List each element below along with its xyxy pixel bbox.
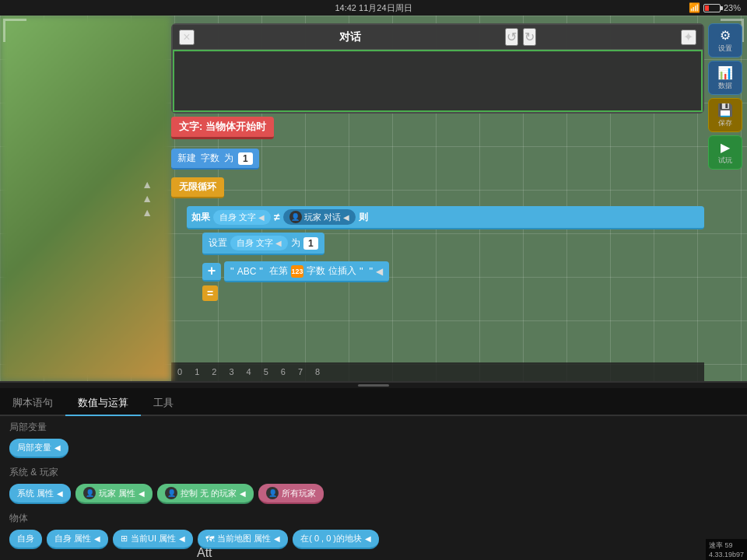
set-self-pill[interactable]: 自身 文字 ◀ bbox=[230, 236, 288, 250]
player-icon-2: 👤 bbox=[83, 487, 96, 499]
object-blocks: 自身 自身 属性 ◀ ⊞ 当前UI 属性 ◀ 🗺 当前地图 属性 ◀ 在( 0 … bbox=[0, 527, 747, 552]
star-icon: ✦ bbox=[683, 30, 693, 44]
bottom-panel: 脚本语句 数值与运算 工具 局部变量 局部变量 ◀ 系统 & 玩家 系统 属性 … bbox=[0, 381, 747, 560]
status-time: 14:42 11月24日周日 bbox=[335, 2, 412, 14]
system-player-blocks: 系统 属性 ◀ 👤 玩家 属性 ◀ 👤 控制 无 的玩家 ◀ 👤 所有玩家 bbox=[0, 481, 747, 507]
wifi-icon: 📶 bbox=[689, 2, 700, 13]
control-player-tag[interactable]: 👤 控制 无 的玩家 ◀ bbox=[157, 484, 254, 504]
bottom-tabs: 脚本语句 数值与运算 工具 bbox=[0, 388, 747, 416]
scroll-down2-arrow[interactable]: ▲ bbox=[142, 206, 153, 219]
battery-label: 23% bbox=[724, 3, 741, 12]
player-icon: 👤 bbox=[289, 211, 302, 223]
save-icon: 💾 bbox=[717, 103, 733, 117]
var-block[interactable]: 新建 字数 为 1 bbox=[171, 149, 259, 170]
status-bar: 14:42 11月24日周日 📶 23% bbox=[0, 0, 747, 16]
tile-at-tag[interactable]: 在( 0 , 0 )的地块 ◀ bbox=[293, 530, 379, 549]
redo-button[interactable]: ↻ bbox=[523, 28, 536, 46]
scroll-arrows: ▲ ▲ ▲ bbox=[139, 175, 156, 222]
current-ui-tag[interactable]: ⊞ 当前UI 属性 ◀ bbox=[113, 530, 193, 549]
play-icon: ▶ bbox=[721, 140, 730, 155]
trigger-block[interactable]: 文字: 当物体开始时 bbox=[171, 117, 274, 139]
right-sidebar: ⚙ 设置 📊 数据 💾 保存 ▶ 试玩 bbox=[708, 23, 747, 170]
scroll-down-arrow[interactable]: ▲ bbox=[142, 192, 153, 205]
player-dialog-pill[interactable]: 👤 玩家 对话 ◀ bbox=[283, 209, 356, 225]
player-icon-4: 👤 bbox=[266, 487, 279, 499]
plus-button[interactable]: + bbox=[202, 263, 221, 282]
corner-decoration-tl bbox=[3, 19, 26, 42]
game-area: × 对话 ↺ ↻ ✦ 文字: 当物体开始时 新建 字数 为 bbox=[0, 16, 747, 381]
att-text: Att bbox=[197, 546, 212, 560]
gear-icon: ⚙ bbox=[720, 28, 731, 43]
settings-sidebar-button[interactable]: ⚙ 设置 bbox=[708, 23, 742, 58]
all-players-tag[interactable]: 👤 所有玩家 bbox=[258, 484, 324, 504]
if-block[interactable]: 如果 自身 文字 ◀ ≠ 👤 玩家 对话 ◀ 则 bbox=[187, 206, 704, 229]
dialog-settings-button[interactable]: ✦ bbox=[681, 30, 696, 45]
bottom-right-info: 速率 594.33.19b97 bbox=[706, 539, 747, 560]
data-icon: 📊 bbox=[717, 65, 733, 80]
tab-tools[interactable]: 工具 bbox=[141, 391, 186, 416]
set-value: 1 bbox=[303, 237, 318, 250]
op-notequal: ≠ bbox=[274, 211, 280, 223]
tab-script[interactable]: 脚本语句 bbox=[0, 391, 65, 416]
local-var-tag[interactable]: 局部变量 ◀ bbox=[9, 439, 68, 458]
string-block[interactable]: " ABC " 在第 123 字数 位插入 " " ◀ bbox=[224, 261, 389, 282]
self-attr-tag[interactable]: 自身 属性 ◀ bbox=[47, 530, 108, 549]
save-sidebar-button[interactable]: 💾 保存 bbox=[708, 98, 742, 132]
num-icon: 123 bbox=[291, 265, 303, 278]
dialog-title: 对话 bbox=[339, 30, 361, 44]
script-area: 文字: 当物体开始时 新建 字数 为 1 无限循环 如果 bbox=[171, 117, 704, 301]
coord-bar: 0 1 2 3 4 5 6 7 8 bbox=[171, 362, 704, 381]
dialog-title-bar: × 对话 ↺ ↻ ✦ bbox=[173, 25, 703, 50]
section-local-vars: 局部变量 bbox=[0, 416, 747, 436]
player-icon-3: 👤 bbox=[165, 487, 177, 499]
loop-block[interactable]: 无限循环 bbox=[171, 177, 224, 198]
set-block[interactable]: 设置 自身 文字 ◀ 为 1 bbox=[202, 233, 324, 255]
section-objects: 物体 bbox=[0, 507, 747, 527]
status-icons: 📶 23% bbox=[689, 2, 741, 13]
local-var-blocks: 局部变量 ◀ bbox=[0, 436, 747, 461]
player-attr-tag[interactable]: 👤 玩家 属性 ◀ bbox=[75, 484, 153, 504]
undo-redo-group: ↺ ↻ bbox=[505, 28, 536, 46]
scroll-up-arrow[interactable]: ▲ bbox=[142, 178, 153, 191]
equals-button[interactable]: = bbox=[202, 285, 218, 301]
dialog-close-button[interactable]: × bbox=[179, 30, 195, 45]
battery-icon bbox=[703, 4, 721, 12]
dialog-window: × 对话 ↺ ↻ ✦ bbox=[171, 23, 704, 114]
self-text-pill[interactable]: 自身 文字 ◀ bbox=[213, 210, 271, 225]
undo-button[interactable]: ↺ bbox=[505, 28, 518, 46]
run-sidebar-button[interactable]: ▶ 试玩 bbox=[708, 135, 742, 170]
var-value: 1 bbox=[238, 152, 253, 165]
tab-math[interactable]: 数值与运算 bbox=[65, 391, 141, 416]
system-attr-tag[interactable]: 系统 属性 ◀ bbox=[9, 484, 71, 504]
dialog-content bbox=[173, 50, 703, 112]
self-tag[interactable]: 自身 bbox=[9, 530, 42, 549]
data-sidebar-button[interactable]: 📊 数据 bbox=[708, 61, 742, 95]
drag-handle[interactable] bbox=[0, 383, 747, 388]
section-system-player: 系统 & 玩家 bbox=[0, 461, 747, 481]
